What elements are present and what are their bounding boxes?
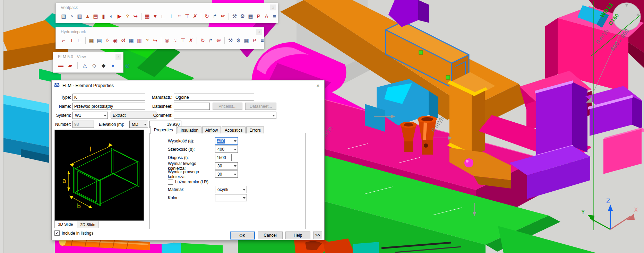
pipe-end-icon[interactable]: ⊤ — [179, 37, 187, 44]
xml-export-icon[interactable]: ↪ — [152, 37, 159, 44]
comment-field[interactable] — [174, 112, 276, 119]
pipe-cut-icon[interactable]: ✗ — [187, 37, 195, 44]
name-field[interactable] — [72, 103, 145, 110]
manufacturer-field[interactable] — [174, 94, 254, 101]
wrench-icon[interactable]: ⚒ — [227, 37, 234, 44]
rotate-icon[interactable]: ↻ — [203, 12, 211, 20]
render-sphere-icon[interactable]: ● — [109, 62, 117, 69]
listing-icon[interactable]: ≡ — [271, 12, 278, 20]
dialog-buttons: OKCancelHelp>> — [149, 232, 322, 239]
right-flange-field[interactable]: 30 — [215, 171, 238, 178]
grip-handle — [419, 51, 423, 54]
damper-icon[interactable]: ▮ — [100, 12, 107, 20]
pipe-elbow-icon[interactable]: ⌐ — [60, 37, 67, 44]
length-field[interactable]: 1500 — [215, 154, 232, 161]
duct-3d-icon[interactable]: ▧ — [60, 12, 67, 20]
flip-icon[interactable]: ↱ — [211, 12, 218, 20]
material-field[interactable]: ocynk — [215, 186, 247, 193]
close-icon[interactable]: x — [256, 29, 262, 35]
door-arrow-icon[interactable]: ▶ — [116, 12, 123, 20]
cut-duct-icon[interactable]: ✗ — [191, 12, 199, 20]
element-properties-dialog[interactable]: FLM - Element Properties × Type: Name: S… — [51, 80, 325, 240]
flm-view-toolbar[interactable]: FLM 5.0 - View x ▬▰△◇◆●◎ — [53, 52, 123, 73]
xml-export-icon[interactable]: ↪ — [132, 12, 139, 20]
dialog-titlebar[interactable]: FLM - Element Properties × — [52, 80, 324, 90]
pipe-dimension-icon[interactable]: Ø — [120, 37, 127, 44]
tab-airflow[interactable]: Airflow — [202, 127, 221, 133]
datasheet-button[interactable]: Datasheet... — [245, 103, 276, 110]
tab-insulation[interactable]: Insulation — [178, 127, 201, 133]
duct-section-view-icon[interactable]: ▬ — [57, 62, 65, 69]
shaded-cube-icon[interactable]: ◆ — [100, 62, 107, 69]
manifold-icon[interactable]: ▦ — [128, 37, 135, 44]
dialog-title: FLM - Element Properties — [62, 83, 114, 88]
tab-acoustics[interactable]: Acoustics — [222, 127, 246, 133]
radiator-red-icon[interactable]: ▥ — [136, 37, 143, 44]
wireframe-cube-icon[interactable]: ◇ — [91, 62, 98, 69]
pipe-dashed-icon[interactable]: ≈ — [171, 37, 179, 44]
loose-frame-checkbox[interactable] — [168, 180, 173, 185]
elevation-mode-field[interactable]: MD — [129, 121, 148, 128]
rotate-icon[interactable]: ↻ — [199, 37, 206, 44]
listing-icon[interactable]: ≡ — [259, 37, 266, 44]
ventpack-toolbar[interactable]: Ventpack x ▧◔▥▲▤▮◐▶?↪▦▼∟⊥≈⊤✗↻↱90°⚒⚙▦PA≡ — [55, 3, 278, 23]
duct-tee-icon[interactable]: ⊥ — [168, 12, 175, 20]
color-field[interactable] — [215, 194, 247, 201]
hydronicpack-toolbar[interactable]: Hydronicpack x ⌐I∟▦▤◊◉Ø▦▥?↪◎≈⊤✗↻↱90°⚒⚙▦P… — [55, 27, 264, 49]
flex-pipe-icon[interactable]: ◎ — [163, 37, 171, 44]
close-icon[interactable]: x — [270, 5, 276, 10]
cancel-button[interactable]: Cancel — [258, 232, 283, 239]
duct-elbow-icon[interactable]: ∟ — [160, 12, 167, 20]
round-duct-icon[interactable]: ◔ — [68, 12, 75, 20]
width-field[interactable]: 400 — [215, 146, 238, 153]
close-icon[interactable]: x — [115, 54, 121, 60]
help-box-icon[interactable]: ? — [124, 12, 131, 20]
annotate-shapes-icon[interactable]: △ — [81, 62, 88, 69]
layers-icon[interactable]: ◐ — [108, 12, 115, 20]
help-button[interactable]: Help — [285, 232, 310, 239]
tab-errors[interactable]: Errors — [246, 127, 264, 133]
tab-3d-slide[interactable]: 3D Slide — [54, 221, 76, 228]
system-field[interactable]: W1 — [72, 112, 108, 119]
wrench-icon[interactable]: ⚒ — [231, 12, 238, 20]
render-mode-icon[interactable]: ◎ — [124, 62, 131, 69]
datasheet-field[interactable] — [174, 103, 210, 110]
pipe-riser-icon[interactable]: ∟ — [76, 37, 83, 44]
radiator-sheet-icon[interactable]: ▤ — [96, 37, 103, 44]
hanging-grille-icon[interactable]: ▼ — [152, 12, 159, 20]
ok-button[interactable]: OK — [230, 232, 255, 239]
rotate-90-icon[interactable]: 90° — [215, 37, 222, 44]
diffuser-icon[interactable]: ▲ — [84, 12, 91, 20]
more-button[interactable]: >> — [313, 232, 322, 239]
cad-application-window: WO11 Ø160 0 m³/h 600 x 800 0 m³/h m³/h Z… — [0, 0, 644, 253]
include-in-listings-checkbox[interactable]: ✓ — [54, 230, 60, 236]
help-box-icon[interactable]: ? — [144, 37, 151, 44]
tab-properties[interactable]: Properties — [150, 126, 177, 134]
pricelist-button[interactable]: Pricelist... — [213, 103, 242, 110]
grille-icon[interactable]: ▦ — [144, 12, 151, 20]
end-cap-icon[interactable]: ⊤ — [183, 12, 191, 20]
pipe-grid-icon[interactable]: ▦ — [243, 37, 250, 44]
pipe-beam-icon[interactable]: I — [68, 37, 75, 44]
pricelist-listing-icon[interactable]: P — [251, 37, 258, 44]
flex-duct-icon[interactable]: ≈ — [175, 12, 183, 20]
close-icon[interactable]: × — [312, 81, 324, 90]
left-flange-field[interactable]: 30 — [215, 162, 238, 169]
settings-icon[interactable]: ⚙ — [235, 37, 242, 44]
pipe-fittings-icon[interactable]: ▦ — [247, 12, 254, 20]
height-field[interactable]: 400 — [215, 137, 238, 145]
radiator-3d-icon[interactable]: ▦ — [88, 37, 95, 44]
type-field[interactable] — [72, 94, 145, 101]
pricelist-listing-icon[interactable]: P — [255, 12, 262, 20]
flag-duct-icon[interactable]: ▤ — [92, 12, 99, 20]
parts-listing-icon[interactable]: A — [263, 12, 270, 20]
dimension-lines: l a b — [62, 143, 112, 210]
rotate-90-icon[interactable]: 90° — [219, 12, 226, 20]
duct-3d-view-icon[interactable]: ▰ — [67, 62, 74, 69]
valve-pin-icon[interactable]: ◊ — [104, 37, 111, 44]
pump-icon[interactable]: ◉ — [112, 37, 119, 44]
air-handler-icon[interactable]: ▥ — [76, 12, 83, 20]
flip-icon[interactable]: ↱ — [207, 37, 214, 44]
tab-2d-slide[interactable]: 2D Slide — [77, 221, 98, 228]
settings-icon[interactable]: ⚙ — [239, 12, 246, 20]
